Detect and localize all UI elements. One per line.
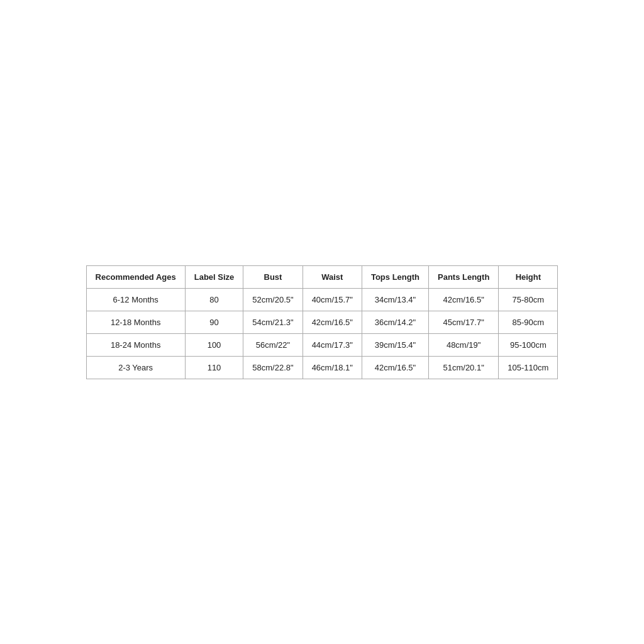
cell-bust: 52cm/20.5" [243,288,303,311]
cell-height: 105-110cm [499,356,558,379]
cell-pants_length: 45cm/17.7" [428,311,498,333]
cell-height: 95-100cm [499,333,558,356]
table-row: 18-24 Months10056cm/22"44cm/17.3"39cm/15… [86,333,558,356]
col-header-label-size: Label Size [185,265,243,288]
col-header-recommended-ages: Recommended Ages [86,265,185,288]
cell-waist: 44cm/17.3" [303,333,362,356]
cell-label_size: 80 [185,288,243,311]
cell-pants_length: 51cm/20.1" [428,356,498,379]
cell-height: 85-90cm [499,311,558,333]
cell-waist: 46cm/18.1" [303,356,362,379]
cell-label_size: 110 [185,356,243,379]
cell-label_size: 100 [185,333,243,356]
cell-pants_length: 42cm/16.5" [428,288,498,311]
col-header-bust: Bust [243,265,303,288]
table-header-row: Recommended Ages Label Size Bust Waist T… [86,265,558,288]
cell-pants_length: 48cm/19" [428,333,498,356]
cell-bust: 56cm/22" [243,333,303,356]
cell-age: 18-24 Months [86,333,185,356]
cell-label_size: 90 [185,311,243,333]
cell-bust: 54cm/21.3" [243,311,303,333]
size-chart-table: Recommended Ages Label Size Bust Waist T… [86,265,558,379]
cell-age: 2-3 Years [86,356,185,379]
cell-tops_length: 34cm/13.4" [362,288,428,311]
cell-tops_length: 39cm/15.4" [362,333,428,356]
cell-age: 6-12 Months [86,288,185,311]
col-header-height: Height [499,265,558,288]
cell-waist: 40cm/15.7" [303,288,362,311]
col-header-tops-length: Tops Length [362,265,428,288]
cell-bust: 58cm/22.8" [243,356,303,379]
table-row: 6-12 Months8052cm/20.5"40cm/15.7"34cm/13… [86,288,558,311]
col-header-waist: Waist [303,265,362,288]
table-container: Recommended Ages Label Size Bust Waist T… [0,253,644,392]
cell-tops_length: 42cm/16.5" [362,356,428,379]
cell-age: 12-18 Months [86,311,185,333]
col-header-pants-length: Pants Length [428,265,498,288]
cell-waist: 42cm/16.5" [303,311,362,333]
table-row: 2-3 Years11058cm/22.8"46cm/18.1"42cm/16.… [86,356,558,379]
cell-tops_length: 36cm/14.2" [362,311,428,333]
table-row: 12-18 Months9054cm/21.3"42cm/16.5"36cm/1… [86,311,558,333]
cell-height: 75-80cm [499,288,558,311]
